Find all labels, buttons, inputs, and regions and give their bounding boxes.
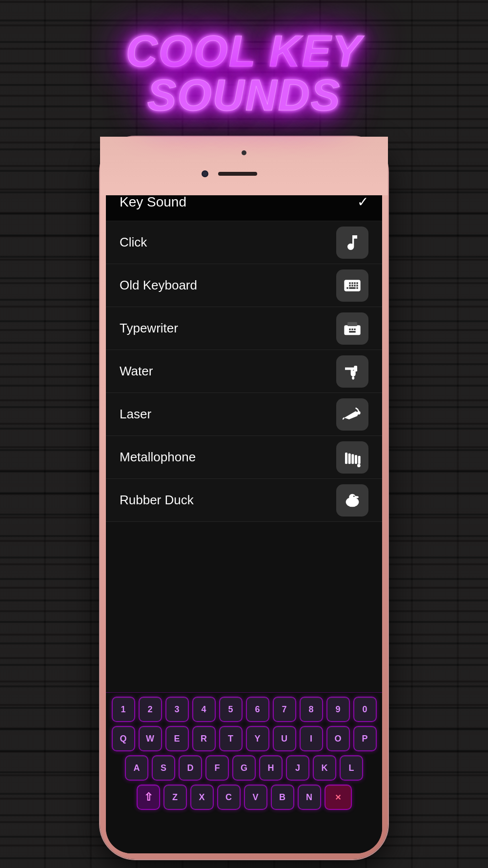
- typewriter-icon: [343, 319, 362, 338]
- sound-list: Click Old Keyboard: [106, 221, 382, 522]
- sound-item-water[interactable]: Water: [106, 350, 382, 393]
- phone-screen: Key Sound ✓ Click Old Keyboard: [106, 183, 382, 853]
- key-w[interactable]: W: [139, 726, 162, 751]
- svg-rect-7: [351, 369, 353, 371]
- sound-label-typewriter: Typewriter: [120, 321, 178, 336]
- keyboard-icon: [343, 276, 362, 295]
- key-i[interactable]: I: [300, 726, 323, 751]
- sound-icon-rubber-duck: [336, 484, 368, 517]
- key-z[interactable]: Z: [163, 785, 187, 810]
- key-c[interactable]: C: [217, 785, 241, 810]
- phone-top: [100, 137, 388, 195]
- app-title: COOL KEY SOUNDS: [0, 29, 488, 117]
- key-l[interactable]: L: [340, 755, 363, 781]
- sound-item-old-keyboard[interactable]: Old Keyboard: [106, 264, 382, 307]
- sound-label-water: Water: [120, 364, 153, 379]
- key-o[interactable]: O: [326, 726, 350, 751]
- sound-item-typewriter[interactable]: Typewriter: [106, 307, 382, 350]
- sound-item-click[interactable]: Click: [106, 221, 382, 264]
- key-5[interactable]: 5: [219, 697, 243, 722]
- key-f[interactable]: F: [205, 755, 229, 781]
- delete-key[interactable]: ✕: [325, 785, 352, 810]
- svg-point-18: [349, 494, 355, 500]
- key-j[interactable]: J: [286, 755, 309, 781]
- key-n[interactable]: N: [298, 785, 321, 810]
- svg-rect-15: [358, 455, 361, 464]
- duck-icon: [343, 491, 362, 510]
- sound-icon-typewriter: [336, 312, 368, 345]
- front-camera: [242, 150, 246, 155]
- sound-icon-old-keyboard: [336, 269, 368, 302]
- key-0[interactable]: 0: [353, 697, 377, 722]
- qwerty-row: Q W E R T Y U I O P: [109, 726, 379, 751]
- svg-line-10: [343, 417, 344, 419]
- laser-icon: [343, 405, 362, 424]
- faucet-icon: [343, 362, 362, 381]
- key-v[interactable]: V: [244, 785, 267, 810]
- key-3[interactable]: 3: [165, 697, 189, 722]
- key-u[interactable]: U: [273, 726, 296, 751]
- title-area: COOL KEY SOUNDS: [0, 29, 488, 117]
- sound-icon-metallophone: [336, 441, 368, 474]
- svg-rect-5: [349, 331, 355, 332]
- key-h[interactable]: H: [259, 755, 283, 781]
- svg-rect-2: [349, 329, 350, 330]
- checkmark-icon[interactable]: ✓: [357, 194, 368, 210]
- sound-icon-laser: [336, 398, 368, 431]
- key-4[interactable]: 4: [192, 697, 216, 722]
- svg-rect-11: [345, 453, 347, 464]
- svg-rect-4: [354, 329, 355, 330]
- svg-point-16: [357, 464, 361, 467]
- svg-rect-3: [351, 329, 353, 330]
- svg-rect-1: [347, 322, 357, 326]
- svg-rect-12: [348, 453, 351, 464]
- key-7[interactable]: 7: [273, 697, 296, 722]
- speaker: [218, 172, 257, 176]
- sound-list-container[interactable]: Click Old Keyboard: [106, 221, 382, 730]
- number-row: 1 2 3 4 5 6 7 8 9 0: [109, 697, 379, 722]
- sound-item-metallophone[interactable]: Metallophone: [106, 436, 382, 479]
- key-s[interactable]: S: [152, 755, 175, 781]
- sound-label-click: Click: [120, 235, 147, 250]
- key-1[interactable]: 1: [112, 697, 135, 722]
- key-q[interactable]: Q: [112, 726, 135, 751]
- zxcv-row: ⇧ Z X C V B N ✕: [109, 785, 379, 810]
- sound-icon-water: [336, 355, 368, 388]
- keyboard: 1 2 3 4 5 6 7 8 9 0 Q W E R T Y U I: [106, 692, 382, 853]
- sound-item-laser[interactable]: Laser: [106, 393, 382, 436]
- title-line2: SOUNDS: [147, 71, 341, 120]
- sound-item-rubber-duck[interactable]: Rubber Duck: [106, 479, 382, 522]
- sound-label-rubber-duck: Rubber Duck: [120, 493, 194, 508]
- key-x[interactable]: X: [190, 785, 214, 810]
- key-a[interactable]: A: [125, 755, 148, 781]
- svg-point-19: [353, 496, 355, 497]
- key-b[interactable]: B: [271, 785, 294, 810]
- header-title: Key Sound: [120, 194, 186, 210]
- title-line1: COOL KEY: [126, 27, 362, 76]
- key-6[interactable]: 6: [246, 697, 269, 722]
- key-d[interactable]: D: [179, 755, 202, 781]
- sound-label-old-keyboard: Old Keyboard: [120, 278, 197, 293]
- camera-dot: [202, 170, 208, 177]
- metallophone-icon: [343, 448, 362, 467]
- key-e[interactable]: E: [165, 726, 189, 751]
- phone-frame: Key Sound ✓ Click Old Keyboard: [100, 137, 388, 859]
- key-g[interactable]: G: [232, 755, 256, 781]
- svg-rect-6: [354, 366, 357, 372]
- sound-icon-click: [336, 227, 368, 259]
- shift-key[interactable]: ⇧: [137, 785, 160, 810]
- key-t[interactable]: T: [219, 726, 243, 751]
- asdf-row: A S D F G H J K L: [109, 755, 379, 781]
- music-icon: [343, 233, 362, 252]
- svg-rect-14: [355, 455, 357, 464]
- svg-rect-13: [351, 454, 354, 464]
- key-p[interactable]: P: [353, 726, 377, 751]
- key-2[interactable]: 2: [139, 697, 162, 722]
- svg-point-8: [352, 376, 354, 380]
- key-r[interactable]: R: [192, 726, 216, 751]
- key-9[interactable]: 9: [326, 697, 350, 722]
- sound-label-laser: Laser: [120, 407, 151, 422]
- key-k[interactable]: K: [313, 755, 336, 781]
- key-y[interactable]: Y: [246, 726, 269, 751]
- key-8[interactable]: 8: [300, 697, 323, 722]
